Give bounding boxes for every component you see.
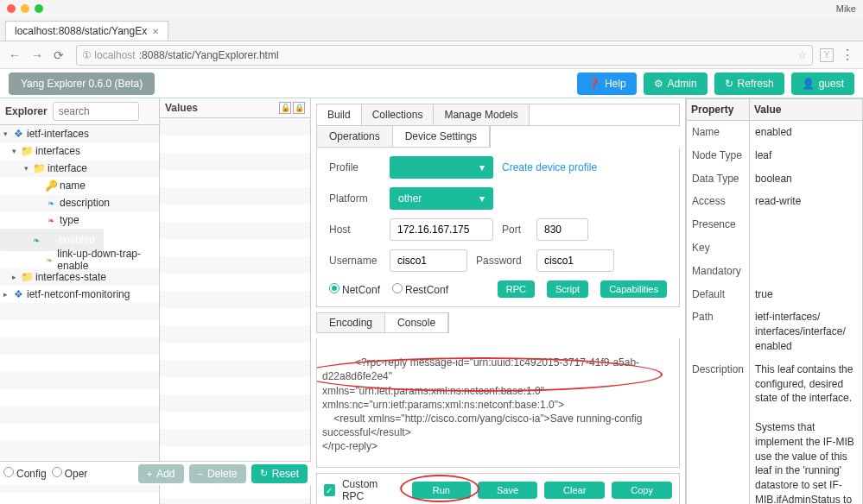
console-output[interactable]: <?rpc-reply message-id="urn:uuid:1c49201… [316,338,680,468]
port-input[interactable] [536,218,588,241]
create-profile-link[interactable]: Create device profile [502,161,597,173]
values-title: Values [165,102,198,114]
capabilities-button[interactable]: Capabilities [600,280,667,298]
tab-title: localhost:8088/static/YangEx [15,25,147,37]
table-row: Node Typeleaf [687,144,863,167]
tree-item[interactable]: ❧link-up-down-trap-enable [0,251,159,268]
values-panel: Values 🔓 🔒 [160,98,311,504]
tab-encoding[interactable]: Encoding [317,313,385,332]
extension-icon[interactable]: Y [820,48,834,62]
config-radio[interactable]: Config [3,467,47,480]
host-label: Host [329,224,381,236]
help-button[interactable]: ❓ Help [577,72,637,95]
col-property: Property [687,99,750,121]
tree-item[interactable]: ▸❖ietf-netconf-monitoring [0,286,159,303]
profile-select[interactable]: ▾ [390,156,493,179]
save-button[interactable]: Save [478,482,537,499]
table-row: Mandatory [687,260,863,283]
properties-panel: PropertyValue NameenabledNode TypeleafDa… [686,98,863,504]
app-brand: Yang Explorer 0.6.0 (Beta) [9,72,155,95]
table-row: Key [687,236,863,260]
chevron-down-icon: ▾ [479,161,485,173]
rpc-button[interactable]: RPC [498,280,535,298]
chevron-down-icon: ▾ [479,192,485,205]
clear-button[interactable]: Clear [544,482,605,499]
table-row: Defaulttrue [687,283,863,306]
delete-button[interactable]: − Delete [189,464,246,483]
table-row: DescriptionThis leaf contains the config… [687,358,863,504]
tab-build[interactable]: Build [317,104,362,125]
bookmark-icon[interactable]: ☆ [797,49,807,61]
os-username: Mike [836,3,856,14]
refresh-button[interactable]: ↻ Refresh [714,72,784,95]
table-row: Accessread-write [687,190,863,213]
add-button[interactable]: + Add [138,464,184,483]
tree-item[interactable]: ❧description [0,194,159,211]
explorer-bottom-bar: Config Oper + Add − Delete ↻ Reset [0,461,311,485]
minimize-window-icon[interactable] [21,4,29,13]
tree-item[interactable]: ▾❖ietf-interfaces [0,125,159,142]
url-origin: ① localhost [82,49,136,61]
tab-operations[interactable]: Operations [317,126,393,147]
tree-item[interactable]: ❧type [0,211,159,229]
model-tree[interactable]: ▾❖ietf-interfaces▾📁interfaces▾📁interface… [0,125,159,504]
main-tabs: Build Collections Manage Models [316,104,680,126]
username-input[interactable] [390,249,467,272]
tree-item[interactable]: 🔑name [0,177,159,194]
tab-device-settings[interactable]: Device Settings [393,126,490,147]
reload-button[interactable]: ⟳ [54,48,69,62]
close-window-icon[interactable] [7,4,16,13]
reset-button[interactable]: ↻ Reset [251,464,308,483]
platform-label: Platform [329,192,381,205]
sub-tabs: Operations Device Settings [316,126,491,148]
port-label: Port [502,224,528,236]
browser-tab[interactable]: localhost:8088/static/YangEx ✕ [5,21,168,41]
user-button[interactable]: 👤 guest [791,72,854,95]
admin-button[interactable]: ⚙ Admin [644,72,708,95]
host-input[interactable] [390,218,493,241]
console-text: <?rpc-reply message-id="urn:uuid:1c49201… [322,356,642,452]
oper-radio[interactable]: Oper [52,467,88,480]
table-row: Nameenabled [687,121,863,144]
rpc-action-bar: ✓ Custom RPC Run Save Clear Copy [316,473,680,504]
tree-item[interactable]: ▾📁interfaces [0,142,159,160]
app-top-bar: Yang Explorer 0.6.0 (Beta) ❓ Help ⚙ Admi… [0,69,863,98]
values-grid[interactable] [160,118,310,504]
encoding-tabs: Encoding Console [316,312,449,333]
back-button[interactable]: ← [9,48,24,62]
username-label: Username [329,255,381,267]
restconf-radio[interactable]: RestConf [392,283,448,296]
explorer-title: Explorer [5,105,48,117]
password-input[interactable] [536,249,614,272]
col-value: Value [750,99,863,121]
menu-icon[interactable]: ⋮ [841,48,854,62]
custom-rpc-checkbox[interactable]: ✓ [324,484,335,496]
properties-table: PropertyValue NameenabledNode TypeleafDa… [686,98,863,504]
platform-select[interactable]: other▾ [390,187,493,210]
tab-collections[interactable]: Collections [362,104,435,125]
address-input[interactable]: ① localhost:8088/static/YangExplorer.htm… [76,45,813,66]
script-button[interactable]: Script [547,280,588,298]
maximize-window-icon[interactable] [35,4,43,13]
search-input[interactable] [53,102,139,121]
forward-button[interactable]: → [31,48,47,62]
lock-icon[interactable]: 🔒 [293,102,305,114]
table-row: Presence [687,213,863,236]
password-label: Password [476,255,528,267]
unlock-icon[interactable]: 🔓 [279,102,291,114]
tree-item[interactable]: ▾📁interface [0,160,159,177]
custom-rpc-label: Custom RPC [342,478,398,502]
netconf-radio[interactable]: NetConf [329,283,380,296]
explorer-panel: Explorer ▾❖ietf-interfaces▾📁interfaces▾📁… [0,98,160,504]
window-titlebar: Mike [0,0,863,17]
browser-url-bar: ← → ⟳ ① localhost:8088/static/YangExplor… [0,41,863,69]
profile-label: Profile [329,161,381,173]
url-path: :8088/static/YangExplorer.html [139,49,279,61]
copy-button[interactable]: Copy [612,482,672,499]
close-tab-icon[interactable]: ✕ [152,27,159,36]
run-button[interactable]: Run [412,482,471,499]
tab-manage-models[interactable]: Manage Models [434,104,529,125]
tab-console[interactable]: Console [385,313,448,332]
browser-tab-bar: localhost:8088/static/YangEx ✕ [0,17,863,41]
main-columns: Explorer ▾❖ietf-interfaces▾📁interfaces▾📁… [0,98,863,504]
